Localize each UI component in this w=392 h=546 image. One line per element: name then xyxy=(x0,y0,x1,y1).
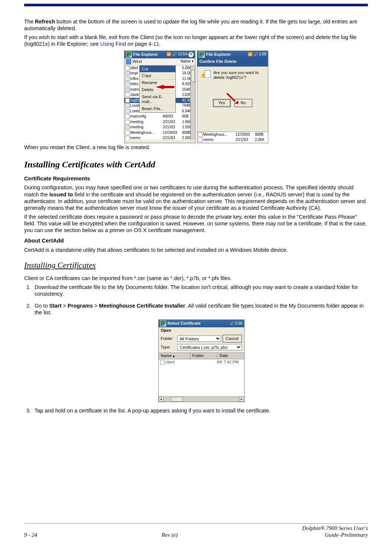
col-folder[interactable]: Folder xyxy=(190,353,217,359)
t: button at the bottom of the screen is us… xyxy=(24,19,357,31)
clock: 12:54 xyxy=(178,52,187,57)
folder-select[interactable]: All Folders xyxy=(177,335,221,342)
titlebar: File Explorer 📶 🔊 12:54 ✕ xyxy=(124,51,195,58)
menu-beam-file[interactable]: Beam File... xyxy=(140,106,175,112)
location-bar: Wind Name ▾ xyxy=(124,58,195,65)
heading-cert-requirements: Certificate Requirements xyxy=(24,175,368,182)
para-refresh: The Refresh button at the bottom of the … xyxy=(24,18,368,32)
t: on page xyxy=(126,41,148,47)
title: File Explorer xyxy=(206,52,231,57)
cert-list[interactable]: client 9/6 7:42 PM xyxy=(159,359,244,396)
folder-label: Folder: xyxy=(161,336,176,341)
page-footer: 9 - 24 Rev (e) Dolphin® 7900 Series User… xyxy=(24,525,368,539)
volume-icon: 🔊 xyxy=(230,321,234,326)
t: > xyxy=(62,303,68,309)
clock: 1:00 xyxy=(259,52,266,57)
footer-rule xyxy=(24,523,368,524)
open-dialog: Open Folder: All Folders Cancel Type: Ce… xyxy=(159,327,244,402)
titlebar-right: 🔊 5:36 xyxy=(230,321,242,326)
red-arrow-icon xyxy=(227,93,240,106)
top-rule xyxy=(24,4,368,6)
link-using-find[interactable]: Using Find xyxy=(100,41,126,47)
device-file-explorer-right: File Explorer 📶 🔊 1:00 Confirm File Dele… xyxy=(197,51,268,143)
para-import: Client or CA certificates can be importe… xyxy=(24,275,368,282)
clock: 5:36 xyxy=(235,321,242,326)
scroll-right-icon[interactable]: ▸ xyxy=(239,397,244,402)
menu-send-email[interactable]: Send via E-mail... xyxy=(140,94,175,106)
sort-name[interactable]: Name ▾ xyxy=(181,59,193,64)
msg-line: delete 'log8021x'? xyxy=(214,75,259,80)
title: File Explorer xyxy=(133,52,158,57)
para-cert-pass: If the selected certificate does require… xyxy=(24,213,368,234)
step-1: Download the certificate file to the My … xyxy=(32,284,368,297)
device-select-cert: Select Certificate 🔊 5:36 Open Folder: A… xyxy=(158,319,244,402)
issued-to: Issued to xyxy=(49,192,73,197)
figure-file-explorer: File Explorer 📶 🔊 12:54 ✕ Wind Name ▾ Cu… xyxy=(24,51,368,143)
signal-icon: 📶 xyxy=(248,52,252,57)
device-file-explorer-left: File Explorer 📶 🔊 12:54 ✕ Wind Name ▾ Cu… xyxy=(124,51,195,143)
titlebar: File Explorer 📶 🔊 1:00 xyxy=(197,51,268,58)
confirm-dialog: Are you sure you want to delete 'log8021… xyxy=(197,67,268,143)
heading-installing-certadd: Installing Certificates with CertAdd xyxy=(24,159,368,170)
programs-word: Programs xyxy=(68,303,93,309)
t: > xyxy=(93,303,99,309)
menu-cut[interactable]: Cut xyxy=(140,66,175,73)
scrollbar[interactable] xyxy=(190,65,195,140)
list-item[interactable]: client 9/6 7:42 PM xyxy=(159,359,244,365)
close-icon[interactable]: ✕ xyxy=(188,52,194,57)
confirm-titlebar: Confirm File Delete xyxy=(197,58,268,67)
type-select[interactable]: Certificates (.cer;.p7b;.pfx) xyxy=(177,344,242,350)
footer-right: Dolphin® 7900 Series User's Guide–Prelim… xyxy=(302,525,368,539)
list-header: Name ▴ Folder Date xyxy=(159,353,244,359)
t: field in the certificate and should be r… xyxy=(24,192,366,211)
volume-icon: 🔊 xyxy=(253,52,258,57)
col-date[interactable]: Date xyxy=(217,353,244,359)
para-restart: When you restart the Client, a new log f… xyxy=(24,144,368,151)
title: Select Certificate xyxy=(168,321,201,326)
footer-center: Rev (e) xyxy=(162,531,178,539)
file-list: Cut Copy Rename Delete Send via E-mail..… xyxy=(124,65,195,140)
refresh-word: Refresh xyxy=(35,19,55,25)
para-blank-file: If you wish to start with a blank file, … xyxy=(24,34,368,47)
location: Wind xyxy=(133,59,142,64)
steps-list: Download the certificate file to the My … xyxy=(24,284,368,414)
t: The xyxy=(24,19,35,25)
titlebar-right: 📶 🔊 1:00 xyxy=(248,52,266,57)
t: . xyxy=(159,41,161,47)
step-2: Go to Start > Programs > Meetinghouse Ce… xyxy=(32,302,368,402)
installer-word: Meetinghouse Certificate Installer xyxy=(99,303,185,309)
heading-about-certadd: About CertAdd xyxy=(24,237,368,244)
figure-select-certificate: Select Certificate 🔊 5:36 Open Folder: A… xyxy=(35,319,368,402)
windows-flag-icon xyxy=(199,52,205,58)
alert-icon xyxy=(200,70,211,79)
col-name[interactable]: Name ▴ xyxy=(159,353,190,359)
titlebar: Select Certificate 🔊 5:36 xyxy=(159,320,244,327)
titlebar-right: 📶 🔊 12:54 ✕ xyxy=(166,52,193,57)
t: If you wish to start with a blank file, … xyxy=(24,34,357,47)
step-3: Tap and hold on a certificate in the lis… xyxy=(32,407,368,414)
para-about-certadd: CertAdd is a standalone utility that all… xyxy=(24,247,368,253)
horizontal-scrollbar[interactable]: ◂ ▸ xyxy=(159,396,244,402)
folder-icon xyxy=(126,59,131,64)
start-word: Start xyxy=(49,303,62,309)
scroll-left-icon[interactable]: ◂ xyxy=(159,397,163,402)
cancel-button[interactable]: Cancel xyxy=(223,335,242,343)
bottom-files: Meetinghous...12/29/03908B memo2/21/032.… xyxy=(197,132,268,143)
signal-icon: 📶 xyxy=(166,52,171,57)
volume-icon: 🔊 xyxy=(172,52,176,57)
footer-left: 9 - 24 xyxy=(24,531,37,539)
heading-installing-certs: Installing Certificates xyxy=(24,260,368,270)
windows-flag-icon xyxy=(160,321,166,327)
red-arrow-icon xyxy=(156,85,164,89)
menu-copy[interactable]: Copy xyxy=(140,73,175,80)
open-label: Open xyxy=(159,327,244,334)
msg-line: Are you sure you want to xyxy=(214,70,259,76)
t: Go to xyxy=(35,303,49,309)
type-label: Type: xyxy=(161,345,176,350)
windows-flag-icon xyxy=(126,52,132,58)
link-page-ref[interactable]: 4-11 xyxy=(149,41,159,47)
para-cert-req: During configuration, you may have speci… xyxy=(24,184,368,211)
